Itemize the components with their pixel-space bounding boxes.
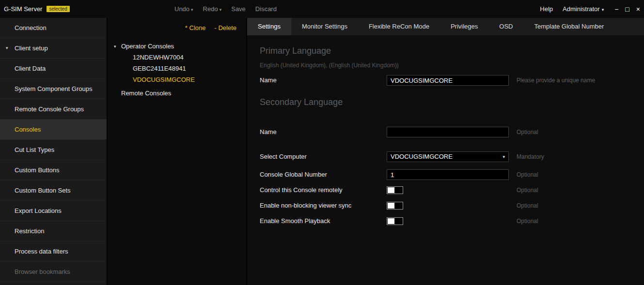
smooth-playback-toggle[interactable]: [387, 217, 403, 225]
sidebar-item-consoles[interactable]: Consoles: [0, 120, 107, 140]
sidebar-item-custom-buttons[interactable]: Custom Buttons: [0, 160, 107, 180]
titlebar-left: G-SIM Server selected: [4, 0, 70, 18]
tab-template-global-number[interactable]: Template Global Number: [523, 18, 614, 35]
console-global-number-hint: Optional: [517, 169, 538, 180]
tree-node-operator-consoles[interactable]: ▾ Operator Consoles: [108, 41, 246, 52]
tab-flexible-recon-mode[interactable]: Flexible ReCon Mode: [358, 18, 440, 35]
tab-privileges[interactable]: Privileges: [440, 18, 488, 35]
control-remotely-hint: Optional: [517, 184, 538, 196]
tree-node-remote-consoles[interactable]: Remote Consoles: [108, 88, 246, 99]
maximize-button[interactable]: □: [625, 6, 629, 13]
tree-node-console-2[interactable]: GEBC2411E48941: [108, 63, 246, 74]
redo-button[interactable]: Redo▾: [203, 5, 222, 13]
main-panel: Settings Monitor Settings Flexible ReCon…: [247, 18, 644, 285]
toggle-knob: [388, 218, 394, 224]
caret-down-icon: ▾: [602, 7, 604, 12]
console-tree-panel: * Clone - Delete ▾ Operator Consoles 12N…: [107, 18, 246, 285]
non-blocking-viewer-sync-toggle[interactable]: [387, 202, 403, 210]
name-row: Name Please provide a unique name: [247, 75, 644, 86]
sidebar-item-label: Connection: [15, 24, 47, 31]
help-button[interactable]: Help: [540, 5, 553, 13]
sidebar-item-remote-console-groups[interactable]: Remote Console Groups: [0, 99, 107, 120]
sidebar-item-label: Process data filters: [15, 248, 68, 255]
sidebar-item-label: Browser bookmarks: [15, 268, 70, 275]
selected-badge: selected: [47, 6, 69, 12]
tab-settings[interactable]: Settings: [247, 18, 291, 35]
smooth-playback-label: Enable Smooth Playback: [260, 215, 330, 227]
sidebar-item-connection[interactable]: Connection: [0, 18, 107, 38]
sidebar-item-process-data-filters[interactable]: Process data filters: [0, 241, 107, 262]
control-remotely-row: Control this Console remotely Optional: [247, 184, 644, 196]
titlebar: G-SIM Server selected Undo▾ Redo▾ Save D…: [0, 0, 644, 18]
select-computer-dropdown[interactable]: VDOCUGSIMGCORE ▾: [387, 151, 509, 162]
control-remotely-toggle[interactable]: [387, 186, 403, 194]
discard-button[interactable]: Discard: [255, 5, 277, 13]
secondary-language-heading: Secondary Language: [260, 97, 343, 107]
sidebar-item-label: Remote Console Groups: [15, 105, 84, 113]
tab-osd[interactable]: OSD: [488, 18, 523, 35]
sidebar-item-cut-list-types[interactable]: Cut List Types: [0, 140, 107, 160]
secondary-name-row: Name Optional: [247, 126, 644, 138]
window-controls: − □ ×: [614, 6, 640, 13]
tree-node-console-1[interactable]: 12NDEWHW7004: [108, 52, 246, 63]
delete-button[interactable]: - Delete: [214, 24, 236, 31]
caret-down-icon: ▾: [6, 38, 8, 58]
redo-label: Redo: [203, 5, 218, 13]
caret-down-icon: ▾: [114, 41, 116, 52]
sidebar-item-label: Restriction: [15, 227, 44, 235]
sidebar-item-label: Cut List Types: [15, 146, 54, 153]
sidebar-item-label: Custom Buttons: [15, 166, 60, 174]
sidebar-item-client-setup[interactable]: ▾ Client setup: [0, 38, 107, 59]
primary-language-heading: Primary Language: [260, 46, 331, 56]
sidebar-item-label: Client Data: [15, 65, 46, 72]
sidebar-item-browser-bookmarks[interactable]: Browser bookmarks: [0, 262, 107, 282]
select-computer-label: Select Computer: [260, 151, 307, 163]
app-title: G-SIM Server: [4, 5, 42, 13]
non-blocking-viewer-sync-label: Enable non-blocking viewer sync: [260, 200, 351, 211]
console-global-number-input[interactable]: [387, 169, 509, 180]
tree-actions: * Clone - Delete: [108, 18, 246, 37]
minimize-button[interactable]: −: [614, 6, 618, 13]
user-menu[interactable]: Administrator▾: [563, 5, 604, 13]
settings-content: Primary Language English (United Kingdom…: [247, 35, 644, 285]
save-button[interactable]: Save: [231, 5, 246, 13]
sidebar-item-label: Export Locations: [15, 207, 62, 214]
tree-node-console-3-selected[interactable]: VDOCUGSIMGCORE: [108, 74, 246, 85]
smooth-playback-hint: Optional: [517, 215, 538, 227]
sidebar-item-restriction[interactable]: Restriction: [0, 221, 107, 241]
control-remotely-label: Control this Console remotely: [260, 184, 343, 196]
secondary-name-label: Name: [260, 126, 277, 138]
caret-down-icon: ▾: [220, 7, 222, 12]
undo-button[interactable]: Undo▾: [174, 5, 193, 13]
smooth-playback-row: Enable Smooth Playback Optional: [247, 215, 644, 227]
titlebar-menu: Undo▾ Redo▾ Save Discard: [174, 0, 277, 18]
undo-label: Undo: [174, 5, 189, 13]
clone-button[interactable]: * Clone: [185, 24, 206, 31]
close-button[interactable]: ×: [636, 6, 640, 13]
sidebar-item-client-data[interactable]: Client Data: [0, 59, 107, 79]
toggle-knob: [388, 187, 394, 193]
sidebar-item-label: Consoles: [15, 126, 41, 133]
tab-bar: Settings Monitor Settings Flexible ReCon…: [247, 18, 644, 35]
secondary-name-input[interactable]: [387, 127, 509, 137]
select-computer-hint: Mandatory: [517, 151, 544, 163]
sidebar-item-custom-button-sets[interactable]: Custom Button Sets: [0, 180, 107, 201]
name-hint: Please provide a unique name: [517, 75, 595, 86]
sidebar-item-label: Custom Button Sets: [15, 187, 71, 194]
sidebar-item-export-locations[interactable]: Export Locations: [0, 201, 107, 221]
secondary-name-hint: Optional: [517, 126, 538, 138]
tab-monitor-settings[interactable]: Monitor Settings: [291, 18, 358, 35]
console-global-number-row: Console Global Number Optional: [247, 169, 644, 180]
name-label: Name: [260, 75, 277, 86]
tree-node-label: Operator Consoles: [121, 43, 174, 50]
primary-language-subtitle: English (United Kingdom), (English (Unit…: [260, 62, 399, 69]
user-label: Administrator: [563, 5, 600, 13]
sidebar-item-system-component-groups[interactable]: System Component Groups: [0, 79, 107, 99]
select-computer-row: Select Computer VDOCUGSIMGCORE ▾ Mandato…: [247, 151, 644, 163]
console-tree: ▾ Operator Consoles 12NDEWHW7004 GEBC241…: [108, 37, 246, 99]
select-computer-value: VDOCUGSIMGCORE: [391, 153, 453, 160]
name-input[interactable]: [387, 75, 509, 86]
titlebar-right: Help Administrator▾ − □ ×: [540, 0, 640, 18]
sidebar-item-label: System Component Groups: [15, 85, 92, 92]
sidebar: Connection ▾ Client setup Client Data Sy…: [0, 18, 107, 285]
